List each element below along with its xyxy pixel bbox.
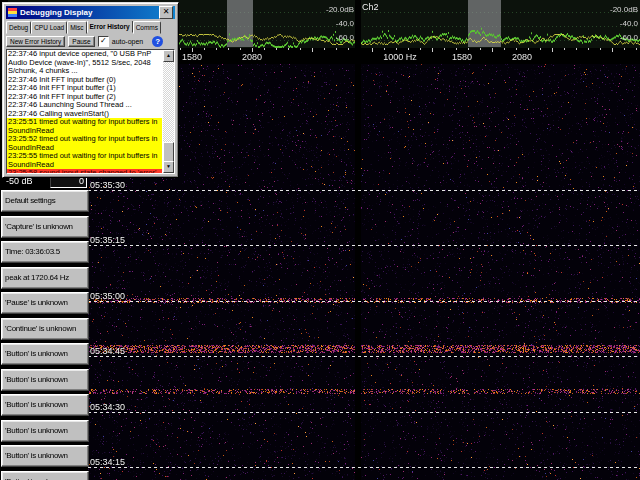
close-icon[interactable]: ✕ [159, 6, 173, 19]
scrollbar-thumb[interactable] [163, 142, 174, 162]
debug-tabs: DebugCPU LoadMiscError HistoryComms [6, 21, 175, 34]
log-entries: 22:37:46 input device opened, "0 USB PnP… [7, 50, 162, 174]
sidebar-button-11[interactable]: 'Button' is unknown [1, 471, 89, 480]
waterfall-time-label: 05:35:15 [90, 235, 125, 245]
scroll-down-icon[interactable]: ▼ [163, 161, 174, 173]
sidebar-button-10[interactable]: 'Button' is unknown [1, 445, 89, 467]
sidebar-button-0[interactable]: Default settings [1, 190, 89, 212]
db-scale-label: -40.0 [620, 19, 638, 28]
log-entry: 23:25:55 timed out waiting for input buf… [7, 152, 162, 169]
waterfall-time-label: 05:34:15 [90, 457, 125, 467]
db-scale-label: -40.0 [336, 19, 354, 28]
sidebar-button-1[interactable]: 'Capture' is unknown [1, 216, 89, 238]
waterfall-time-label: 05:35:00 [90, 291, 125, 301]
sidebar-button-4[interactable]: 'Pause' is unknown [1, 292, 89, 314]
log-entry: 23:25:51 timed out waiting for input buf… [7, 118, 162, 135]
sidebar-button-6[interactable]: 'Button' is unknown [1, 343, 89, 365]
scroll-up-icon[interactable]: ▲ [163, 50, 174, 62]
debug-window: Debugging Display ✕ DebugCPU LoadMiscErr… [2, 2, 179, 178]
db-scale-label: -60.0 [620, 33, 638, 42]
db-scale-label: -20.0dB [326, 5, 354, 14]
debug-controls: New Error History Pause ✓ auto-open ? [6, 35, 175, 48]
sidebar-button-9[interactable]: 'Button' is unknown [1, 420, 89, 442]
debug-log[interactable]: 22:37:46 input device opened, "0 USB PnP… [6, 49, 175, 174]
db-scale-label: -20.0dB [610, 5, 638, 14]
tab-misc[interactable]: Misc [67, 21, 86, 34]
tab-comms[interactable]: Comms [133, 21, 161, 34]
sidebar-button-7[interactable]: 'Button' is unknown [1, 369, 89, 391]
freq-scale-label: 1580 [452, 52, 472, 62]
tab-error-history[interactable]: Error History [87, 21, 133, 33]
sidebar-button-3[interactable]: peak at 1720.64 Hz [1, 267, 89, 289]
pause-button[interactable]: Pause [68, 36, 94, 47]
debug-titlebar[interactable]: Debugging Display ✕ [6, 6, 175, 19]
sidebar-button-8[interactable]: 'Button' is unknown [1, 394, 89, 416]
waterfall-time-label: 05:35:30 [90, 180, 125, 190]
waterfall-time-label: 05:34:30 [90, 402, 125, 412]
freq-scale-label: 1580 [182, 52, 202, 62]
app-icon [8, 8, 17, 17]
sidebar-button-5[interactable]: 'Continue' is unknown [1, 318, 89, 340]
log-entry: 22:37:46 input device opened, "0 USB PnP… [7, 50, 162, 76]
freq-scale-label: 2080 [512, 52, 532, 62]
sidebar: -50 dB 0 Default settings'Capture' is un… [0, 172, 88, 480]
db-scale-label: -60.0 [336, 33, 354, 42]
freq-scale-label: 2080 [242, 52, 262, 62]
channel-label: Ch2 [362, 2, 379, 12]
window-title: Debugging Display [20, 8, 159, 17]
log-entry: 23:25:58 sound input state changed to 'e… [7, 169, 162, 174]
log-scrollbar: ▲ ▼ [163, 50, 174, 173]
freq-scale-label: 1000 Hz [383, 52, 417, 62]
tab-cpu-load[interactable]: CPU Load [31, 21, 67, 34]
new-error-history-button[interactable]: New Error History [6, 36, 65, 47]
auto-open-label[interactable]: auto-open [112, 38, 144, 45]
sidebar-button-2[interactable]: Time: 03:36:03.5 [1, 241, 89, 263]
log-entry: 23:25:52 timed out waiting for input buf… [7, 135, 162, 152]
app-root: Ch2 -20.0dB-40.0-60.0-20.0dB-40.0-60.0 1… [0, 0, 640, 480]
auto-open-checkbox[interactable]: ✓ [98, 36, 109, 47]
help-icon[interactable]: ? [152, 36, 163, 47]
waterfall-time-label: 05:34:45 [90, 346, 125, 356]
tab-debug[interactable]: Debug [6, 21, 31, 34]
